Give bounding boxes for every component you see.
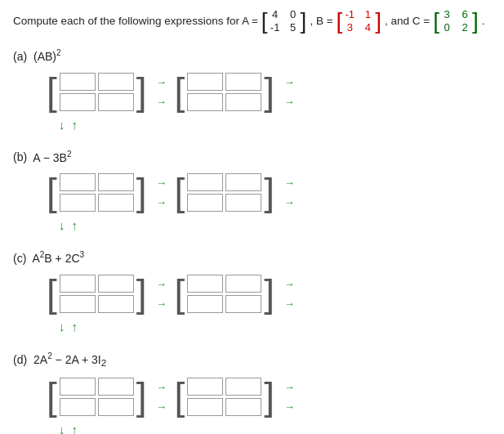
bracket-left-input-c2: [ [175, 278, 185, 310]
cell-b1-r2c2[interactable] [98, 194, 134, 212]
cell-b2-r2c2[interactable] [225, 194, 261, 212]
arrow-right2-b1[interactable]: → [154, 195, 169, 210]
cell-c1-r1c2[interactable] [98, 275, 134, 293]
bracket-left-input-b1: [ [47, 177, 57, 208]
cell-b1-r1c2[interactable] [98, 173, 134, 191]
input-grid-a2 [185, 69, 263, 114]
cell-c1-r2c2[interactable] [98, 295, 134, 313]
arrow-right2-c2[interactable]: → [282, 296, 297, 311]
matrix-input-b2: [ ] [174, 170, 276, 215]
cell-a1-r2c2[interactable] [98, 93, 134, 111]
cell-d2-r2c1[interactable] [187, 398, 223, 416]
arrow-right2-a2[interactable]: → [282, 94, 297, 109]
input-grid-a1 [58, 69, 136, 114]
bottom-arrows-c: ↓ ↑ [59, 320, 491, 333]
sep2: , and C = [385, 15, 430, 27]
cell-a2-r2c2[interactable] [225, 93, 261, 111]
section-b-id: (b) [13, 150, 27, 163]
arrow-right2-b2[interactable]: → [282, 195, 297, 210]
matrix-input-a2: [ ] [174, 69, 276, 114]
cell-d1-r1c1[interactable] [60, 378, 96, 396]
bracket-right-input-a2: ] [264, 76, 274, 108]
bracket-right-c: ] [472, 10, 479, 33]
cell-d2-r1c2[interactable] [225, 378, 261, 396]
arrow-right1-b1[interactable]: → [154, 176, 169, 190]
bracket-right-input-a1: ] [136, 76, 147, 108]
arrow-right2-a1[interactable]: → [154, 94, 169, 109]
arrow-down-a[interactable]: ↓ [59, 118, 65, 132]
cell-c2-r1c1[interactable] [187, 275, 223, 293]
matrix-b: [ -1 1 3 4 ] [337, 8, 382, 34]
arrow-right1-d1[interactable]: → [154, 380, 169, 395]
section-d: (d) 2A2 − 2A + 3I2 [ ] → → [ [13, 351, 491, 434]
cell-c2-r2c2[interactable] [225, 295, 261, 313]
cell-a1-r2c1[interactable] [60, 93, 96, 111]
arrow-up-b[interactable]: ↑ [72, 218, 78, 232]
section-d-id: (d) [13, 353, 27, 366]
arrow-down-c[interactable]: ↓ [59, 320, 65, 333]
bracket-left-input-a1: [ [47, 76, 57, 108]
section-b-input-group: [ ] → → [ ] → → [46, 170, 491, 215]
cell-d2-r1c1[interactable] [187, 378, 223, 396]
arrow-down-b[interactable]: ↓ [59, 218, 65, 232]
cell-d2-r2c2[interactable] [225, 398, 261, 416]
bottom-arrows-a: ↓ ↑ [59, 118, 491, 132]
input-grid-c1 [58, 271, 136, 316]
side-arrows-b1: → → [154, 176, 169, 210]
arrow-right1-c2[interactable]: → [282, 276, 297, 291]
matrix-c: [ 3 6 0 2 ] [433, 8, 479, 34]
cell-d1-r2c2[interactable] [98, 398, 134, 416]
cell-c1-r1c1[interactable] [60, 275, 96, 293]
cell-a1-r1c2[interactable] [98, 73, 134, 91]
arrow-right2-d1[interactable]: → [154, 400, 169, 414]
arrow-right1-b2[interactable]: → [282, 176, 297, 190]
cell-a2-r1c2[interactable] [225, 73, 261, 91]
cell-b1-r1c1[interactable] [60, 173, 96, 191]
arrow-down-d[interactable]: ↓ [59, 423, 65, 434]
cell-d1-r2c1[interactable] [60, 398, 96, 416]
cell-a2-r2c1[interactable] [187, 93, 223, 111]
side-arrows-d1: → → [154, 380, 169, 414]
cell-d1-r1c2[interactable] [98, 378, 134, 396]
cell-b2-r1c1[interactable] [187, 173, 223, 191]
cell-b2-r2c1[interactable] [187, 194, 223, 212]
matrix-input-d2: [ ] [174, 374, 276, 419]
arrow-up-a[interactable]: ↑ [72, 118, 78, 132]
section-a-expr: (AB)2 [30, 48, 60, 63]
side-arrows-c2: → → [282, 276, 297, 311]
arrow-right1-a1[interactable]: → [154, 74, 169, 89]
arrow-right1-a2[interactable]: → [282, 74, 297, 89]
cell-b2-r1c2[interactable] [225, 173, 261, 191]
bracket-right-input-b2: ] [264, 177, 274, 208]
bracket-left-a: [ [261, 10, 268, 33]
arrow-right1-d2[interactable]: → [282, 380, 297, 395]
section-d-expr: 2A2 − 2A + 3I2 [30, 351, 106, 368]
cell-a2-r1c1[interactable] [187, 73, 223, 91]
arrow-right2-d2[interactable]: → [282, 400, 297, 414]
section-c: (c) A2B + 2C3 [ ] → → [ ] [13, 250, 491, 333]
section-a-id: (a) [13, 50, 27, 63]
cell-c2-r2c1[interactable] [187, 295, 223, 313]
cell-a1-r1c1[interactable] [60, 73, 96, 91]
input-grid-d2 [185, 374, 263, 419]
matrix-input-c2: [ ] [174, 271, 276, 316]
bottom-arrows-b: ↓ ↑ [59, 218, 491, 232]
cell-c1-r2c1[interactable] [60, 295, 96, 313]
bracket-right-input-b1: ] [136, 177, 147, 208]
section-b-label: (b) A − 3B2 [13, 150, 491, 164]
matrix-input-d1: [ ] [46, 374, 148, 419]
input-grid-c2 [185, 271, 263, 316]
bracket-left-input-d2: [ [175, 381, 185, 413]
section-c-input-group: [ ] → → [ ] → → [46, 271, 491, 316]
cell-c2-r1c2[interactable] [225, 275, 261, 293]
section-c-expr: A2B + 2C3 [29, 250, 84, 265]
arrow-up-d[interactable]: ↑ [72, 423, 78, 434]
bracket-right-input-c2: ] [264, 278, 274, 310]
section-d-label: (d) 2A2 − 2A + 3I2 [13, 351, 491, 368]
arrow-right1-c1[interactable]: → [154, 276, 169, 291]
matrix-input-c1: [ ] [46, 271, 148, 316]
arrow-right2-c1[interactable]: → [154, 296, 169, 311]
header-line: Compute each of the following expression… [13, 8, 491, 34]
cell-b1-r2c1[interactable] [60, 194, 96, 212]
arrow-up-c[interactable]: ↑ [72, 320, 78, 333]
